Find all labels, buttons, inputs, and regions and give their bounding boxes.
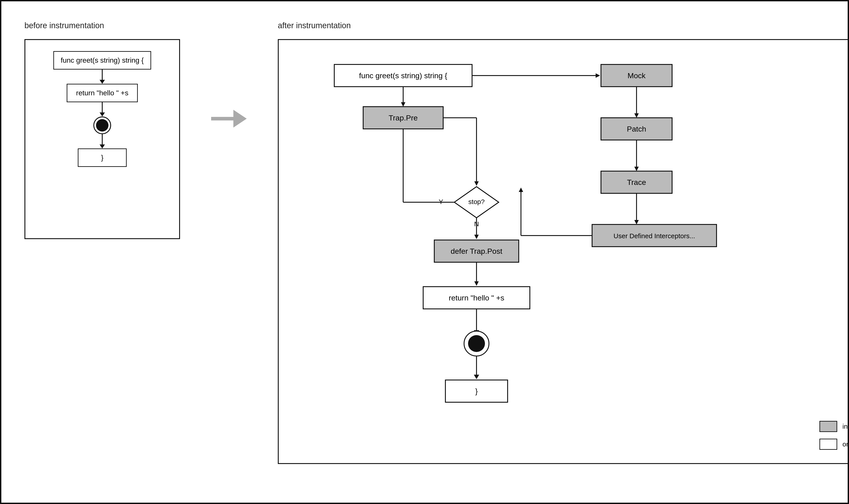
legend-white-label: original code [843,440,849,448]
left-terminal-inner [96,119,108,131]
right-y-label: Y [439,198,443,205]
svg-marker-29 [474,281,479,286]
legend-gray-item: inserted by xgo [819,421,849,432]
right-defer-trap: defer Trap.Post [451,247,503,255]
right-trace: Trace [627,178,646,186]
left-panel: before instrumentation func greet(s stri… [24,21,180,239]
svg-marker-11 [634,167,639,171]
left-return-stmt: return "hello " +s [67,84,138,102]
right-diagram-svg: func greet(s string) string { Trap.Pre M… [290,51,849,451]
right-func-decl: func greet(s string) string { [359,71,447,80]
svg-marker-36 [474,375,479,379]
svg-marker-5 [596,73,600,78]
right-panel: after instrumentation func greet(s strin… [278,21,849,464]
svg-marker-14 [634,220,639,224]
legend-white-item: original code [819,439,849,450]
right-user-interceptors: User Defined Interceptors... [614,232,695,239]
right-trap-pre: Trap.Pre [389,113,418,122]
legend-gray-box [819,421,837,432]
svg-point-34 [468,335,485,352]
left-terminal [93,116,111,134]
legend-gray-label: inserted by xgo [843,423,849,430]
right-diagram-box: func greet(s string) string { Trap.Pre M… [278,39,849,464]
legend: inserted by xgo original code [819,421,849,450]
main-container: before instrumentation func greet(s stri… [7,7,842,497]
arrow-shape [211,110,247,128]
left-close-brace: } [78,148,127,167]
right-return-stmt: return "hello " +s [449,293,504,302]
right-patch: Patch [627,125,646,133]
svg-marker-21 [474,181,479,186]
left-diagram-box: func greet(s string) string { return "he… [24,39,180,239]
right-close-brace: } [475,387,477,395]
right-panel-label: after instrumentation [278,21,351,30]
svg-marker-26 [474,235,479,239]
svg-marker-8 [634,113,639,118]
left-panel-label: before instrumentation [24,21,104,30]
right-mock: Mock [628,71,646,80]
right-stop-diamond: stop? [468,198,485,205]
svg-marker-18 [519,187,523,192]
legend-white-box [819,439,837,450]
svg-marker-2 [401,102,405,107]
transition-arrow [211,110,247,128]
left-func-decl: func greet(s string) string { [53,51,151,70]
